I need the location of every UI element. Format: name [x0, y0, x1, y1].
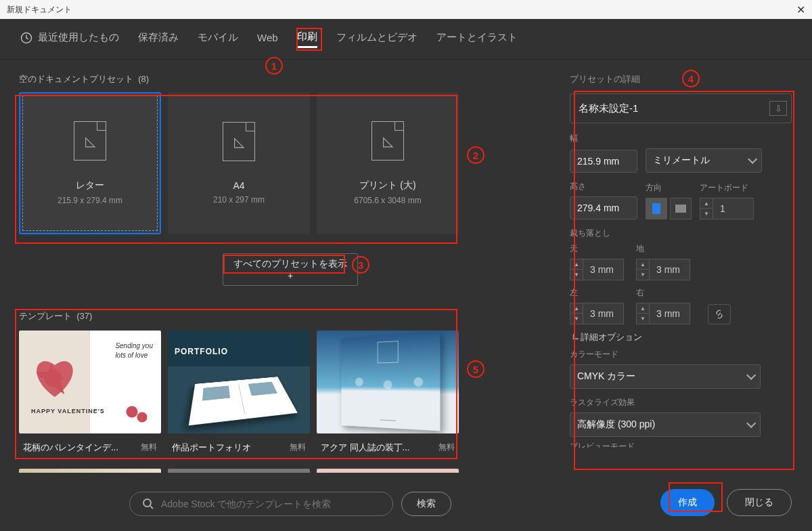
dialog-footer: 作成 閉じる — [660, 489, 792, 516]
tab-art[interactable]: アートとイラスト — [436, 31, 518, 47]
show-all-presets-button[interactable]: すべてのプリセットを表示 + — [223, 253, 358, 286]
height-input[interactable]: 279.4 mm — [570, 196, 637, 219]
tab-bar: 最近使用したもの 保存済み モバイル Web 印刷 フィルムとビデオ アートとイ… — [0, 19, 812, 60]
preview-label-cut: プレビューモード — [570, 441, 792, 448]
width-label: 幅 — [570, 133, 792, 144]
preset-card-a4[interactable]: ◺ A4 210 x 297 mm — [168, 92, 310, 234]
close-icon[interactable]: ✕ — [796, 3, 805, 16]
orientation-landscape[interactable] — [670, 198, 692, 219]
tab-recent-label: 最近使用したもの — [38, 31, 119, 44]
advanced-options-toggle[interactable]: 詳細オプション — [570, 331, 792, 343]
orientation-label: 方向 — [646, 182, 692, 194]
bleed-bottom-label: 地 — [636, 243, 690, 255]
template-tag: 無料 — [141, 442, 157, 454]
create-button[interactable]: 作成 — [660, 489, 715, 516]
templates-header: テンプレート (37) — [19, 310, 562, 322]
height-label: 高さ — [570, 181, 637, 192]
artboard-value[interactable]: 1 — [713, 198, 754, 219]
window-title: 新規ドキュメント — [7, 4, 72, 16]
page-icon: ◺ — [223, 122, 255, 161]
search-icon — [142, 498, 154, 510]
template-tag: 無料 — [290, 442, 306, 454]
annotation-circle-5: 5 — [467, 360, 484, 378]
annotation-circle-3: 3 — [352, 256, 369, 274]
preset-dims: 6705.6 x 3048 mm — [354, 196, 421, 205]
orientation-portrait[interactable] — [646, 198, 667, 219]
link-bleed-icon[interactable] — [708, 304, 731, 324]
tab-mobile[interactable]: モバイル — [198, 31, 238, 47]
template-tag: 無料 — [438, 442, 455, 454]
raster-label: ラスタライズ効果 — [570, 397, 792, 408]
svg-point-1 — [143, 499, 151, 507]
template-thumb: Sending youlots of love HAPPY VALENTINE'… — [19, 331, 161, 433]
page-icon: ◺ — [371, 121, 404, 161]
units-select[interactable]: ミリメートル — [646, 148, 762, 173]
template-thumb: PORTFOLIO — [168, 331, 310, 433]
clock-icon — [20, 32, 32, 44]
bleed-left-label: 左 — [570, 287, 624, 299]
search-button[interactable]: 検索 — [401, 492, 451, 516]
colormode-label: カラーモード — [570, 349, 792, 360]
chevron-down-icon — [748, 155, 754, 166]
tab-print[interactable]: 印刷 — [297, 30, 317, 48]
right-panel: プリセットの詳細 名称未設定-1 ⇩ 幅 215.9 mm ミリメートル 高さ … — [562, 60, 812, 531]
search-wrap — [129, 492, 393, 516]
chevron-down-icon — [569, 332, 579, 341]
stepper-down-icon[interactable]: ▼ — [700, 209, 713, 219]
blank-presets-count: (8) — [138, 74, 149, 84]
template-card-valentine[interactable]: Sending youlots of love HAPPY VALENTINE'… — [19, 331, 161, 454]
search-bar: 検索 — [19, 473, 562, 531]
preset-name: プリント (大) — [359, 179, 415, 192]
preset-dims: 210 x 297 mm — [213, 195, 265, 205]
template-card-portfolio[interactable]: PORTFOLIO 作品ポートフォリオ無料 — [168, 331, 310, 454]
tab-recent[interactable]: 最近使用したもの — [20, 31, 119, 47]
page-icon: ◺ — [74, 121, 106, 161]
preset-name: レター — [76, 179, 104, 192]
colormode-select[interactable]: CMYK カラー — [570, 364, 761, 389]
bleed-top-stepper[interactable]: ▲▼3 mm — [570, 259, 624, 280]
preset-dims: 215.9 x 279.4 mm — [58, 196, 122, 205]
preset-card-letter[interactable]: ◺ レター 215.9 x 279.4 mm — [19, 92, 161, 234]
template-thumb: ——— — [317, 331, 459, 433]
save-preset-icon[interactable]: ⇩ — [769, 101, 787, 116]
preset-cards: ◺ レター 215.9 x 279.4 mm ◺ A4 210 x 297 mm… — [19, 92, 562, 234]
templates-label: テンプレート — [19, 311, 72, 321]
template-card-aqua[interactable]: ——— アクア 同人誌の装丁...無料 — [317, 331, 459, 454]
artboard-label: アートボード — [700, 182, 754, 194]
chevron-down-icon — [746, 419, 753, 430]
bleed-right-stepper[interactable]: ▲▼3 mm — [636, 303, 690, 324]
annotation-circle-4: 4 — [682, 70, 700, 87]
template-name: 作品ポートフォリオ — [172, 442, 251, 454]
document-name-value: 名称未設定-1 — [579, 102, 638, 115]
blank-presets-header: 空のドキュメントプリセット (8) — [19, 73, 562, 85]
blank-presets-label: 空のドキュメントプリセット — [19, 74, 133, 84]
chevron-down-icon — [746, 371, 753, 382]
tab-film[interactable]: フィルムとビデオ — [336, 31, 418, 47]
template-name: 花柄のバレンタインデ... — [23, 442, 118, 454]
annotation-circle-1: 1 — [265, 57, 283, 75]
document-name-field[interactable]: 名称未設定-1 ⇩ — [570, 93, 792, 123]
left-panel: 空のドキュメントプリセット (8) ◺ レター 215.9 x 279.4 mm… — [0, 60, 562, 531]
titlebar: 新規ドキュメント ✕ — [0, 0, 812, 19]
bleed-left-stepper[interactable]: ▲▼3 mm — [570, 303, 624, 324]
bleed-label: 裁ち落とし — [570, 228, 792, 239]
tab-saved[interactable]: 保存済み — [138, 31, 179, 47]
bleed-bottom-stepper[interactable]: ▲▼3 mm — [636, 259, 690, 280]
tab-web[interactable]: Web — [257, 32, 278, 46]
width-input[interactable]: 215.9 mm — [570, 150, 637, 173]
templates-count: (37) — [76, 311, 92, 321]
template-name: アクア 同人誌の装丁... — [321, 442, 409, 454]
template-cards: Sending youlots of love HAPPY VALENTINE'… — [19, 331, 562, 454]
bleed-top-label: 天 — [570, 243, 624, 255]
preset-name: A4 — [233, 180, 244, 191]
svg-line-2 — [150, 506, 153, 509]
close-button[interactable]: 閉じる — [727, 489, 792, 516]
annotation-circle-2: 2 — [467, 146, 484, 164]
preset-card-print-large[interactable]: ◺ プリント (大) 6705.6 x 3048 mm — [317, 92, 459, 234]
raster-select[interactable]: 高解像度 (300 ppi) — [570, 412, 761, 437]
bleed-right-label: 右 — [636, 287, 690, 299]
preset-details-label: プリセットの詳細 — [570, 73, 792, 85]
search-input[interactable] — [161, 498, 371, 509]
artboard-stepper[interactable]: ▲▼ 1 — [700, 198, 754, 219]
stepper-up-icon[interactable]: ▲ — [700, 198, 713, 209]
